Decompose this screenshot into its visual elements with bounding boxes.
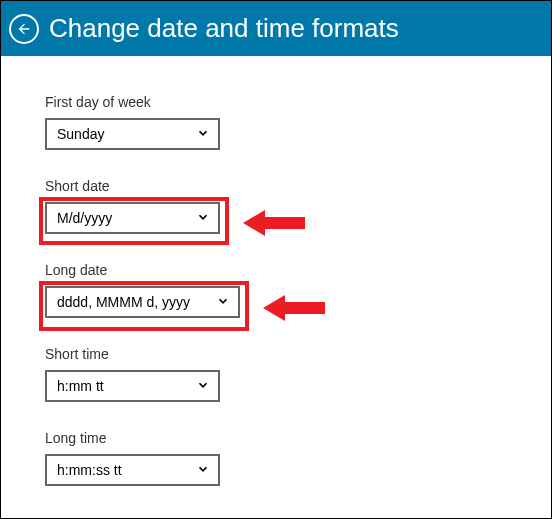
first-day-dropdown[interactable]: Sunday xyxy=(45,118,220,150)
field-long-time: Long time h:mm:ss tt xyxy=(45,430,551,486)
chevron-down-icon xyxy=(196,378,210,395)
long-date-label: Long date xyxy=(45,262,551,278)
short-time-dropdown[interactable]: h:mm tt xyxy=(45,370,220,402)
highlight-arrow-icon xyxy=(243,210,305,236)
field-short-time: Short time h:mm tt xyxy=(45,346,551,402)
short-date-value: M/d/yyyy xyxy=(57,210,112,226)
long-date-value: dddd, MMMM d, yyyy xyxy=(57,294,190,310)
header: Change date and time formats xyxy=(1,1,551,56)
long-time-dropdown[interactable]: h:mm:ss tt xyxy=(45,454,220,486)
first-day-label: First day of week xyxy=(45,94,551,110)
short-date-label: Short date xyxy=(45,178,551,194)
chevron-down-icon xyxy=(196,210,210,227)
short-time-value: h:mm tt xyxy=(57,378,104,394)
field-first-day: First day of week Sunday xyxy=(45,94,551,150)
chevron-down-icon xyxy=(196,462,210,479)
page-title: Change date and time formats xyxy=(49,13,399,44)
short-time-label: Short time xyxy=(45,346,551,362)
highlight-arrow-icon xyxy=(263,295,325,321)
svg-marker-0 xyxy=(243,210,305,236)
content-area: First day of week Sunday Short date M/d/… xyxy=(1,56,551,486)
long-time-value: h:mm:ss tt xyxy=(57,462,122,478)
field-long-date: Long date dddd, MMMM d, yyyy xyxy=(45,262,551,318)
svg-marker-1 xyxy=(263,295,325,321)
back-button[interactable] xyxy=(9,14,39,44)
long-date-dropdown[interactable]: dddd, MMMM d, yyyy xyxy=(45,286,240,318)
short-date-dropdown[interactable]: M/d/yyyy xyxy=(45,202,220,234)
back-arrow-icon xyxy=(16,21,32,37)
long-time-label: Long time xyxy=(45,430,551,446)
chevron-down-icon xyxy=(196,126,210,143)
first-day-value: Sunday xyxy=(57,126,104,142)
field-short-date: Short date M/d/yyyy xyxy=(45,178,551,234)
chevron-down-icon xyxy=(216,294,230,311)
